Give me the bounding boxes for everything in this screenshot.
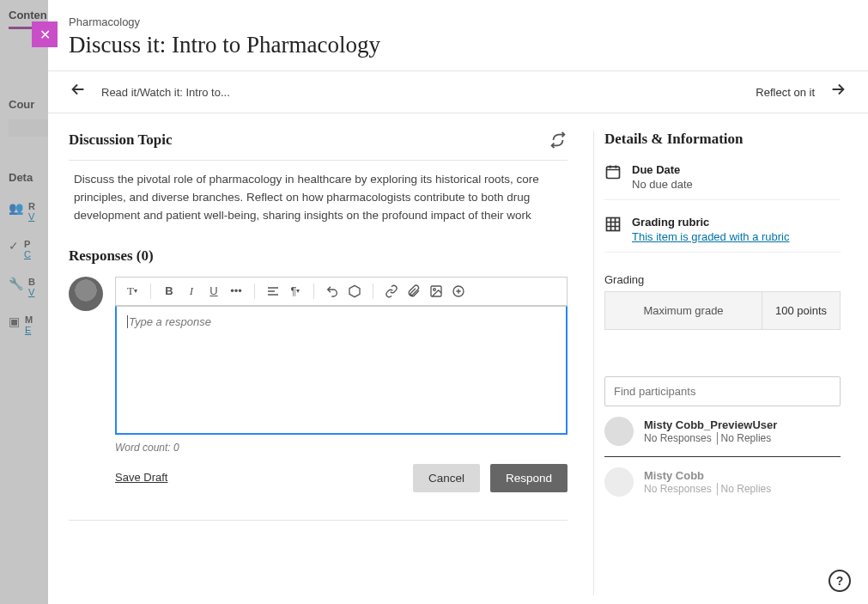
editor-toolbar: T▾ B I U ••• ¶▾ [115, 277, 568, 306]
current-user-avatar [69, 277, 103, 311]
rubric-label: Grading rubric [632, 216, 790, 229]
prev-label[interactable]: Read it/Watch it: Intro to... [101, 86, 230, 99]
participant-name: Misty Cobb_PreviewUser [644, 418, 777, 431]
close-icon: ✕ [39, 27, 51, 43]
text-style-dropdown[interactable]: T▾ [123, 283, 142, 300]
next-label[interactable]: Reflect on it [756, 86, 815, 99]
refresh-icon[interactable] [549, 131, 568, 149]
paragraph-dropdown[interactable]: ¶▾ [286, 283, 305, 300]
svg-rect-4 [607, 218, 620, 231]
participant-row[interactable]: Misty Cobb_PreviewUser No Responses │No … [604, 406, 841, 457]
max-grade-value: 100 points [762, 292, 840, 329]
participant-name: Misty Cobb [644, 469, 771, 482]
participant-row[interactable]: Misty Cobb No Responses │No Replies [604, 457, 841, 507]
close-button[interactable]: ✕ [32, 21, 58, 47]
bg-section-1: Cour [9, 98, 39, 111]
rubric-icon [604, 216, 622, 236]
svg-rect-3 [607, 167, 620, 178]
bg-item-block [9, 119, 48, 137]
max-grade-label: Maximum grade [605, 292, 762, 329]
page-background: Conten Cour Deta 👥RV ✓PC 🔧BV ▣ME [0, 0, 48, 604]
bg-section-2: Deta [9, 171, 39, 184]
divider [69, 160, 568, 161]
attachment-button[interactable] [404, 283, 423, 300]
align-dropdown[interactable] [264, 283, 282, 300]
participant-avatar [604, 467, 634, 497]
word-count: Word count: 0 [115, 442, 179, 454]
panel-header: Pharmacology Discuss it: Intro to Pharma… [48, 0, 868, 71]
cancel-button[interactable]: Cancel [413, 464, 480, 492]
svg-point-1 [434, 288, 436, 290]
editor-placeholder: Type a response [127, 315, 211, 328]
italic-button[interactable]: I [182, 283, 201, 300]
details-sidebar: Details & Information Due Date No due da… [593, 131, 851, 595]
participant-avatar [604, 417, 634, 446]
link-button[interactable] [382, 283, 401, 300]
find-participants-input[interactable] [604, 376, 841, 406]
main-column: Discussion Topic Discuss the pivotal rol… [65, 131, 593, 595]
nav-row: Read it/Watch it: Intro to... Reflect on… [48, 71, 868, 113]
help-button[interactable]: ? [829, 570, 851, 592]
response-editor[interactable]: Type a response [115, 306, 568, 435]
details-heading: Details & Information [604, 131, 841, 148]
modal-panel: Pharmacology Discuss it: Intro to Pharma… [48, 0, 868, 604]
next-arrow-icon[interactable] [829, 80, 847, 104]
grade-box: Maximum grade 100 points [604, 291, 841, 330]
clear-format-button[interactable] [345, 283, 364, 300]
bold-button[interactable]: B [160, 283, 179, 300]
calendar-icon [604, 163, 622, 184]
undo-button[interactable] [323, 283, 342, 300]
participant-meta: No Responses │No Replies [644, 432, 777, 444]
discussion-topic-text: Discuss the pivotal role of pharmacology… [74, 171, 568, 225]
insert-more-dropdown[interactable] [449, 283, 468, 300]
respond-button[interactable]: Respond [490, 464, 568, 492]
discussion-topic-heading: Discussion Topic [69, 131, 172, 149]
help-icon: ? [836, 574, 844, 588]
breadcrumb: Pharmacology [69, 15, 847, 28]
rubric-link[interactable]: This item is graded with a rubric [632, 230, 790, 243]
page-title: Discuss it: Intro to Pharmacology [69, 32, 847, 58]
grading-heading: Grading [604, 273, 841, 286]
prev-arrow-icon[interactable] [69, 80, 88, 104]
due-date-label: Due Date [632, 163, 693, 176]
more-formatting-button[interactable]: ••• [227, 283, 246, 300]
image-button[interactable] [427, 283, 446, 300]
responses-heading: Responses (0) [69, 247, 568, 265]
participant-meta: No Responses │No Replies [644, 483, 771, 495]
underline-button[interactable]: U [204, 283, 223, 300]
due-date-value: No due date [632, 178, 693, 191]
divider [69, 520, 568, 521]
